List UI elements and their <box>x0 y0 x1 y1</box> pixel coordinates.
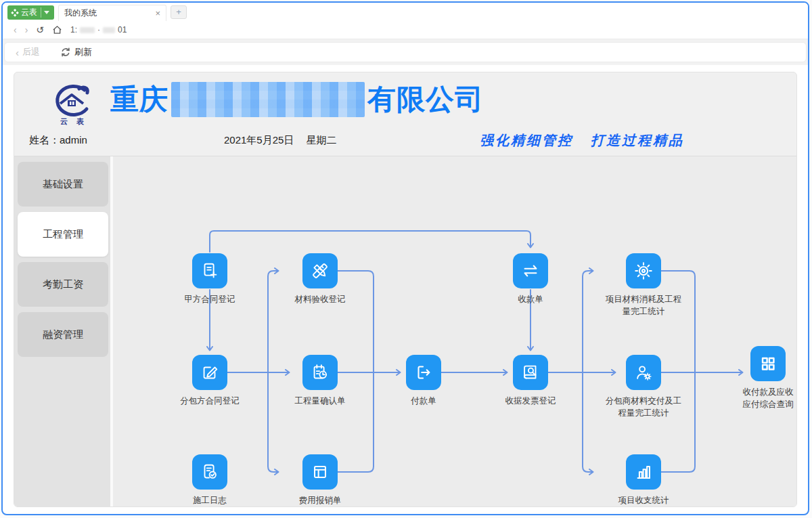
ruler-pencil-icon <box>302 253 338 288</box>
gear-icon <box>626 253 661 288</box>
nav-reload-icon[interactable]: ↺ <box>36 24 44 35</box>
address-left: 1: <box>70 25 77 35</box>
back-button[interactable]: ‹ 后退 <box>16 46 40 58</box>
brand-divider <box>41 7 41 18</box>
export-arrow-icon <box>406 355 441 390</box>
sidebar: 基础设置 工程管理 考勤工资 融资管理 <box>14 156 110 506</box>
flow-node-receipt-bill[interactable]: 收款单 <box>486 253 575 305</box>
home-icon[interactable] <box>52 25 62 35</box>
chevron-left-icon: ‹ <box>16 47 19 58</box>
company-slogan: 强化精细管控打造过程精品 <box>480 131 684 150</box>
address-bar: ‹ › ↺ 1: · 01 <box>3 21 808 39</box>
brand-menu-button[interactable]: 云表 <box>7 5 54 20</box>
close-tab-icon[interactable]: × <box>155 9 160 18</box>
address-right: 01 <box>118 25 127 35</box>
document-plus-icon <box>192 253 227 288</box>
book-search-icon <box>513 355 548 390</box>
user-name: 姓名：admin <box>29 134 87 147</box>
censored-url-part <box>103 27 115 33</box>
main-panel: 云 表 重庆 有限公司 姓名：admin 2021年5月25日星期二 强化精细管… <box>14 72 797 507</box>
flow-node-quantity-confirm[interactable]: 工程量确认单 <box>275 355 365 407</box>
user-name-value: admin <box>60 134 87 146</box>
nav-back-icon[interactable]: ‹ <box>14 24 17 35</box>
edit-square-icon <box>192 355 227 390</box>
flow-connector-split-right-up <box>583 271 593 372</box>
flow-connector-split-right-down <box>583 372 593 472</box>
swap-arrows-icon <box>513 253 548 288</box>
grid-icon <box>750 346 786 381</box>
date-value: 2021年5月25日 <box>224 134 294 146</box>
flow-node-subcontractor-stats[interactable]: 分包商材料交付及工程量完工统计 <box>599 355 688 419</box>
address-url[interactable]: 1: · 01 <box>70 25 127 35</box>
app-header: 云 表 重庆 有限公司 姓名：admin 2021年5月25日星期二 强化精细管… <box>14 72 796 156</box>
app-body: 基础设置 工程管理 考勤工资 融资管理 <box>14 156 796 506</box>
toolbar: ‹ 后退 刷新 <box>4 42 807 62</box>
flow-node-pay-receive-query[interactable]: 收付款及应收应付综合查询 <box>723 346 796 410</box>
censored-url-part <box>80 27 95 33</box>
company-suffix: 有限公司 <box>367 81 484 118</box>
document-check-icon <box>192 454 227 490</box>
company-title: 重庆 有限公司 <box>110 81 484 118</box>
svg-text:云: 云 <box>60 117 68 125</box>
flow-node-project-balance-stats[interactable]: 项目收支统计 <box>599 454 688 506</box>
flow-node-owner-contract-register[interactable]: 甲方合同登记 <box>165 253 254 305</box>
flow-node-invoice-register[interactable]: 收据发票登记 <box>486 355 575 407</box>
tab-my-system[interactable]: 我的系统 × <box>58 5 166 21</box>
flow-node-subcontract-contract[interactable]: 分包方合同登记 <box>165 355 254 407</box>
nav-forward-icon[interactable]: › <box>25 24 28 35</box>
flow-node-project-material-stats[interactable]: 项目材料消耗及工程量完工统计 <box>599 253 688 318</box>
sidebar-item-basic-settings[interactable]: 基础设置 <box>18 162 108 207</box>
browser-tab-bar: 云表 我的系统 × + <box>3 3 808 21</box>
sidebar-item-project-management[interactable]: 工程管理 <box>18 212 108 257</box>
header-meta: 姓名：admin 2021年5月25日星期二 强化精细管控打造过程精品 <box>14 134 796 149</box>
brand-diamond-icon <box>11 9 19 17</box>
chevron-down-icon[interactable] <box>44 11 49 14</box>
back-button-label: 后退 <box>22 46 40 58</box>
app-window: 云表 我的系统 × + ‹ › ↺ 1: · 01 ‹ <box>1 1 809 515</box>
tab-title: 我的系统 <box>64 7 155 19</box>
flow-node-payment-bill[interactable]: 付款单 <box>379 355 468 407</box>
company-prefix: 重庆 <box>110 81 168 118</box>
flowchart-canvas: 甲方合同登记 材料验收登记 <box>113 156 796 506</box>
brand-label: 云表 <box>21 7 37 18</box>
table-layout-icon <box>302 454 338 490</box>
toolbar-zone: ‹ 后退 刷新 <box>3 39 808 65</box>
new-tab-button[interactable]: + <box>171 5 187 19</box>
bar-chart-icon <box>626 454 661 490</box>
current-date: 2021年5月25日星期二 <box>224 134 336 147</box>
slogan-right: 打造过程精品 <box>591 133 684 148</box>
sidebar-item-attendance-payroll[interactable]: 考勤工资 <box>18 262 108 307</box>
clipboard-clock-icon <box>302 355 338 390</box>
refresh-icon <box>60 47 71 58</box>
svg-text:表: 表 <box>76 117 85 125</box>
flow-node-material-acceptance[interactable]: 材料验收登记 <box>275 253 365 305</box>
flow-connector-top-loop <box>210 231 531 252</box>
company-logo: 云 表 <box>40 79 105 133</box>
weekday-value: 星期二 <box>306 134 336 146</box>
sidebar-item-financing-management[interactable]: 融资管理 <box>18 312 108 357</box>
user-name-label: 姓名： <box>29 134 60 146</box>
address-dot: · <box>97 25 100 35</box>
flow-node-construction-log[interactable]: 施工日志 <box>165 454 254 506</box>
refresh-button[interactable]: 刷新 <box>60 46 92 58</box>
censored-company-name <box>171 82 365 117</box>
flow-node-expense-claim[interactable]: 费用报销单 <box>275 454 365 506</box>
user-gear-icon <box>626 355 661 390</box>
slogan-left: 强化精细管控 <box>480 133 573 148</box>
refresh-button-label: 刷新 <box>74 46 92 58</box>
